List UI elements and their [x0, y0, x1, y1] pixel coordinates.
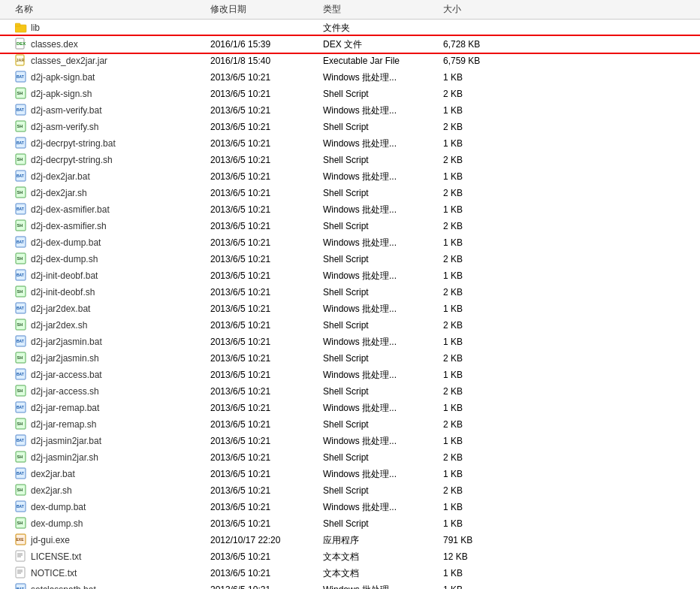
svg-text:BAT: BAT — [17, 273, 24, 277]
list-item[interactable]: SH d2j-dex2jar.sh 2013/6/5 10:21 Shell S… — [0, 185, 700, 201]
sh-icon: SH — [15, 484, 27, 498]
file-name: d2j-jar-remap.bat — [31, 403, 99, 413]
list-item[interactable]: JAR classes_dex2jar.jar 2016/1/8 15:40 E… — [0, 53, 700, 69]
file-type: Executable Jar File — [323, 56, 443, 66]
file-name: d2j-dex-asmifier.sh — [31, 221, 107, 231]
list-item[interactable]: SH d2j-jar2dex.sh 2013/6/5 10:21 Shell S… — [0, 317, 700, 334]
bat-icon: BAT — [15, 500, 27, 515]
file-name: setclasspath.bat — [31, 584, 96, 589]
bat-icon: BAT — [15, 368, 27, 382]
file-size: 2 KB — [443, 452, 518, 463]
list-item[interactable]: BAT d2j-jar2jasmin.bat 2013/6/5 10:21 Wi… — [0, 334, 700, 350]
column-headers: 名称 修改日期 类型 大小 — [0, 0, 700, 20]
list-item[interactable]: SH dex-dump.sh 2013/6/5 10:21 Shell Scri… — [0, 515, 700, 532]
file-date: 2013/6/5 10:21 — [210, 138, 323, 149]
list-item[interactable]: DEX classes.dex 2016/1/6 15:39 DEX 文件 6,… — [0, 36, 700, 53]
file-date: 2013/6/5 10:21 — [210, 89, 323, 99]
file-size: 1 KB — [443, 237, 518, 248]
file-type: Windows 批处理... — [323, 584, 443, 590]
file-name: d2j-jar-access.sh — [31, 386, 99, 397]
col-header-size[interactable]: 大小 — [443, 3, 518, 16]
file-date: 2013/6/5 10:21 — [210, 204, 323, 215]
file-size: 12 KB — [443, 551, 518, 562]
list-item[interactable]: NOTICE.txt 2013/6/5 10:21 文本文档 1 KB — [0, 565, 700, 581]
list-item[interactable]: BAT d2j-jasmin2jar.bat 2013/6/5 10:21 Wi… — [0, 433, 700, 449]
list-item[interactable]: BAT d2j-init-deobf.bat 2013/6/5 10:21 Wi… — [0, 267, 700, 284]
list-item[interactable]: SH d2j-init-deobf.sh 2013/6/5 10:21 Shel… — [0, 284, 700, 301]
file-size: 1 KB — [443, 171, 518, 182]
file-name-cell: BAT d2j-apk-sign.bat — [0, 71, 210, 85]
file-type: 文本文档 — [323, 551, 443, 563]
file-type: Windows 批处理... — [323, 270, 443, 282]
svg-text:SH: SH — [17, 256, 23, 261]
file-size: 1 KB — [443, 370, 518, 380]
svg-text:SH: SH — [17, 455, 23, 459]
file-name: d2j-decrpyt-string.sh — [31, 155, 113, 165]
list-item[interactable]: BAT d2j-jar2dex.bat 2013/6/5 10:21 Windo… — [0, 301, 700, 317]
file-name: dex2jar.sh — [31, 485, 72, 496]
file-date: 2013/6/5 10:21 — [210, 188, 323, 198]
svg-text:BAT: BAT — [17, 240, 24, 244]
file-size: 791 KB — [443, 535, 518, 545]
col-header-type[interactable]: 类型 — [323, 3, 443, 16]
file-size: 2 KB — [443, 221, 518, 231]
file-name: jd-gui.exe — [31, 535, 70, 545]
file-type: Shell Script — [323, 287, 443, 298]
list-item[interactable]: BAT dex2jar.bat 2013/6/5 10:21 Windows 批… — [0, 466, 700, 482]
file-type: 应用程序 — [323, 534, 443, 547]
file-name: d2j-jasmin2jar.sh — [31, 452, 98, 463]
bat-icon: BAT — [15, 137, 27, 151]
list-item[interactable]: SH d2j-asm-verify.sh 2013/6/5 10:21 Shel… — [0, 119, 700, 135]
col-header-name[interactable]: 名称 — [0, 3, 210, 16]
sh-icon: SH — [15, 385, 27, 399]
file-name: d2j-dex-asmifier.bat — [31, 204, 110, 215]
file-name-cell: SH dex2jar.sh — [0, 484, 210, 498]
file-date: 2013/6/5 10:21 — [210, 502, 323, 512]
file-name: LICENSE.txt — [31, 551, 81, 562]
list-item[interactable]: SH d2j-jasmin2jar.sh 2013/6/5 10:21 Shel… — [0, 449, 700, 466]
file-size: 2 KB — [443, 419, 518, 430]
file-name-cell: SH d2j-dex-asmifier.sh — [0, 219, 210, 234]
file-type: Shell Script — [323, 485, 443, 496]
bat-icon: BAT — [15, 583, 27, 590]
col-header-date[interactable]: 修改日期 — [210, 3, 323, 16]
file-date: 2016/1/8 15:40 — [210, 56, 323, 66]
svg-text:SH: SH — [17, 421, 23, 426]
list-item[interactable]: SH d2j-dex-asmifier.sh 2013/6/5 10:21 Sh… — [0, 218, 700, 234]
list-item[interactable]: lib 文件夹 — [0, 20, 700, 36]
list-item[interactable]: EXE jd-gui.exe 2012/10/17 22:20 应用程序 791… — [0, 532, 700, 548]
sh-icon: SH — [15, 87, 27, 101]
file-name: d2j-init-deobf.bat — [31, 270, 98, 281]
bat-icon: BAT — [15, 170, 27, 184]
file-name: d2j-jar2jasmin.sh — [31, 353, 99, 364]
file-date: 2012/10/17 22:20 — [210, 535, 323, 545]
list-item[interactable]: SH d2j-jar2jasmin.sh 2013/6/5 10:21 Shel… — [0, 350, 700, 367]
bat-icon: BAT — [15, 335, 27, 349]
file-date: 2013/6/5 10:21 — [210, 386, 323, 397]
file-date: 2013/6/5 10:21 — [210, 320, 323, 331]
list-item[interactable]: BAT setclasspath.bat 2013/6/5 10:21 Wind… — [0, 581, 700, 589]
list-item[interactable]: SH d2j-jar-remap.sh 2013/6/5 10:21 Shell… — [0, 416, 700, 433]
list-item[interactable]: BAT d2j-dex-dump.bat 2013/6/5 10:21 Wind… — [0, 234, 700, 251]
list-item[interactable]: BAT d2j-jar-remap.bat 2013/6/5 10:21 Win… — [0, 400, 700, 416]
list-item[interactable]: SH d2j-decrpyt-string.sh 2013/6/5 10:21 … — [0, 152, 700, 168]
list-item[interactable]: SH d2j-apk-sign.sh 2013/6/5 10:21 Shell … — [0, 86, 700, 102]
list-item[interactable]: BAT d2j-dex-asmifier.bat 2013/6/5 10:21 … — [0, 201, 700, 218]
list-item[interactable]: BAT d2j-jar-access.bat 2013/6/5 10:21 Wi… — [0, 367, 700, 383]
list-item[interactable]: BAT d2j-apk-sign.bat 2013/6/5 10:21 Wind… — [0, 69, 700, 86]
svg-text:SH: SH — [17, 157, 23, 162]
list-item[interactable]: LICENSE.txt 2013/6/5 10:21 文本文档 12 KB — [0, 548, 700, 565]
file-name: d2j-dex2jar.bat — [31, 171, 90, 182]
file-size: 6,759 KB — [443, 56, 518, 66]
list-item[interactable]: BAT dex-dump.bat 2013/6/5 10:21 Windows … — [0, 499, 700, 515]
list-item[interactable]: BAT d2j-decrpyt-string.bat 2013/6/5 10:2… — [0, 135, 700, 152]
list-item[interactable]: SH d2j-dex-dump.sh 2013/6/5 10:21 Shell … — [0, 251, 700, 267]
file-type: Shell Script — [323, 89, 443, 99]
sh-icon: SH — [15, 252, 27, 267]
file-type: Shell Script — [323, 386, 443, 397]
list-item[interactable]: SH dex2jar.sh 2013/6/5 10:21 Shell Scrip… — [0, 482, 700, 499]
list-item[interactable]: BAT d2j-dex2jar.bat 2013/6/5 10:21 Windo… — [0, 168, 700, 185]
list-item[interactable]: BAT d2j-asm-verify.bat 2013/6/5 10:21 Wi… — [0, 102, 700, 119]
list-item[interactable]: SH d2j-jar-access.sh 2013/6/5 10:21 Shel… — [0, 383, 700, 400]
file-size: 2 KB — [443, 485, 518, 496]
